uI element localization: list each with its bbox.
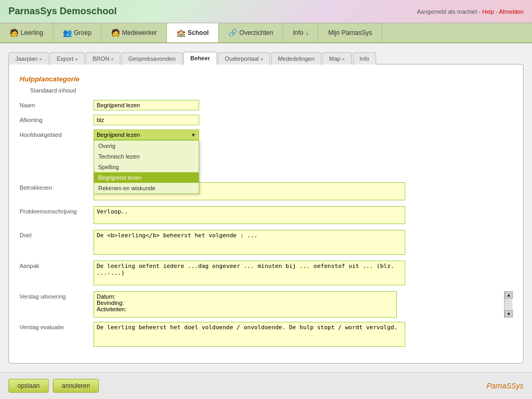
nav-tab-medewerker[interactable]: 🧑 Medewerker <box>101 23 167 42</box>
sub-tab-jaarplan[interactable]: Jaarplan » <box>8 52 49 64</box>
hoofdvakgebied-row: Hoofdvakgebied Begrijpend lezen ▼ Overig… <box>20 129 512 140</box>
cancel-button[interactable]: annuleren <box>53 379 99 393</box>
help-link[interactable]: Help <box>482 8 494 15</box>
logout-link[interactable]: Afmelden <box>499 8 524 15</box>
sub-tab-map[interactable]: Map » <box>322 52 351 64</box>
probleemomschrijving-control <box>94 206 512 226</box>
hoofdvakgebied-select[interactable]: Begrijpend lezen ▼ <box>94 129 199 140</box>
afkorting-row: Afkorting <box>20 115 512 125</box>
app-title: ParnasSys Demoschool <box>8 6 117 17</box>
dropdown-item-overig[interactable]: Overig <box>94 141 199 151</box>
verslag-line1: Datum: <box>97 293 394 300</box>
probleemomschrijving-textarea[interactable] <box>94 206 405 224</box>
afkorting-label: Afkorting <box>20 115 94 123</box>
content-panel: Hulpplancategorie Standaard inhoud Naam … <box>8 64 524 364</box>
medewerker-icon: 🧑 <box>111 29 120 37</box>
footer: opslaan annuleren ParnaSSys <box>0 372 532 399</box>
dropdown-list: Overig Technisch lezen Spelling Begrijpe… <box>94 140 199 194</box>
groep-icon: 👥 <box>63 29 72 37</box>
betrokkenen-label: Betrokkenen <box>20 182 94 191</box>
verslag-evaluatie-textarea[interactable] <box>94 322 405 347</box>
nav-tab-leerling[interactable]: 🧑 Leerling <box>0 23 53 42</box>
verslag-evaluatie-label: Verslag evaluatie <box>20 322 94 330</box>
bron-arrow-icon: » <box>111 57 114 62</box>
sub-tab-beheer[interactable]: Beheer <box>183 52 217 64</box>
select-value: Begrijpend lezen <box>97 132 140 138</box>
verslag-uitvoering-label: Verslag uitvoering <box>20 291 94 300</box>
logo-text: ParnaSSys <box>487 382 524 390</box>
subsection-title: Standaard inhoud <box>30 87 512 94</box>
jaarplan-arrow-icon: » <box>39 57 42 62</box>
verslag-uitvoering-row: Verslag uitvoering Datum: Bevinding: Act… <box>20 291 512 318</box>
main-area: Jaarplan » Export » BRON » Gespreksavond… <box>0 43 532 372</box>
aanpak-control <box>94 261 512 287</box>
section-title: Hulpplancategorie <box>20 75 512 83</box>
aanpak-label: Aanpak <box>20 261 94 269</box>
dropdown-item-begrijpend-lezen[interactable]: Begrijpend lezen <box>94 172 199 183</box>
sub-tab-info[interactable]: Info <box>353 52 376 64</box>
naam-label: Naam <box>20 100 94 108</box>
nav-tab-school[interactable]: 🏫 School <box>167 23 219 42</box>
verslag-line2: Bevinding: <box>97 300 394 306</box>
export-arrow-icon: » <box>75 57 78 62</box>
dropdown-item-spelling[interactable]: Spelling <box>94 162 199 172</box>
sub-tab-ouderportaal[interactable]: Ouderportaal » <box>218 52 270 64</box>
naam-control <box>94 100 512 110</box>
header: ParnasSys Demoschool Aangemeld als machi… <box>0 0 532 23</box>
footer-logo: ParnaSSys <box>487 382 524 390</box>
hoofdvakgebied-select-wrapper: Begrijpend lezen ▼ Overig Technisch leze… <box>94 129 199 140</box>
doel-textarea[interactable] <box>94 230 405 255</box>
sub-tab-gespreksavonden[interactable]: Gespreksavonden <box>122 52 182 64</box>
verslag-scrollbar[interactable]: ▲ ▼ <box>504 291 512 318</box>
doel-label: Doel <box>20 230 94 238</box>
nav-tabs: 🧑 Leerling 👥 Groep 🧑 Medewerker 🏫 School… <box>0 23 532 43</box>
aanpak-textarea[interactable] <box>94 261 405 285</box>
leerling-icon: 🧑 <box>10 29 18 37</box>
naam-row: Naam <box>20 100 512 110</box>
verslag-uitvoering-control: Datum: Bevinding: Activiteiten: ▲ ▼ <box>94 291 512 318</box>
nav-tab-overzichten[interactable]: 🔗 Overzichten <box>219 23 283 42</box>
verslag-evaluatie-control <box>94 322 512 348</box>
sub-tab-mededelingen[interactable]: Mededelingen <box>271 52 321 64</box>
afkorting-control <box>94 115 512 125</box>
doel-control <box>94 230 512 256</box>
school-icon: 🏫 <box>176 29 185 37</box>
doel-row: Doel <box>20 230 512 256</box>
sub-tab-export[interactable]: Export » <box>50 52 85 64</box>
hoofdvakgebied-label: Hoofdvakgebied <box>20 129 94 138</box>
select-arrow-icon: ▼ <box>191 132 196 138</box>
dropdown-item-rekenen[interactable]: Rekenen en wiskunde <box>94 183 199 193</box>
overzichten-icon: 🔗 <box>228 29 237 37</box>
scroll-up-btn[interactable]: ▲ <box>505 291 513 299</box>
save-button[interactable]: opslaan <box>8 379 49 393</box>
sub-tab-bron[interactable]: BRON » <box>86 52 120 64</box>
aanpak-row: Aanpak <box>20 261 512 287</box>
nav-tab-info[interactable]: Info ↓ <box>283 23 319 42</box>
naam-input[interactable] <box>94 100 199 110</box>
user-text: Aangemeld als machiel - <box>417 8 480 15</box>
nav-tab-mijn-parnassys[interactable]: Mijn ParnasSys <box>319 23 382 42</box>
header-user-info: Aangemeld als machiel - Help - Afmelden <box>417 8 524 15</box>
afkorting-input[interactable] <box>94 115 199 125</box>
map-arrow-icon: » <box>342 57 344 62</box>
verslag-evaluatie-row: Verslag evaluatie <box>20 322 512 348</box>
probleemomschrijving-row: Probleemomschrijving <box>20 206 512 226</box>
scroll-down-btn[interactable]: ▼ <box>505 310 513 318</box>
ouderportaal-arrow-icon: » <box>260 57 263 62</box>
form: Naam Afkorting Hoofdvakgebied Begri <box>20 100 512 348</box>
hoofdvakgebied-control: Begrijpend lezen ▼ Overig Technisch leze… <box>94 129 512 140</box>
dropdown-item-technisch-lezen[interactable]: Technisch lezen <box>94 151 199 162</box>
sub-tabs: Jaarplan » Export » BRON » Gespreksavond… <box>8 52 524 64</box>
footer-buttons: opslaan annuleren <box>8 379 99 393</box>
info-arrow-icon: ↓ <box>305 29 309 36</box>
verslag-line3: Activiteiten: <box>97 306 394 312</box>
probleemomschrijving-label: Probleemomschrijving <box>20 206 94 215</box>
nav-tab-groep[interactable]: 👥 Groep <box>53 23 101 42</box>
verslag-uitvoering-box[interactable]: Datum: Bevinding: Activiteiten: <box>94 291 397 318</box>
